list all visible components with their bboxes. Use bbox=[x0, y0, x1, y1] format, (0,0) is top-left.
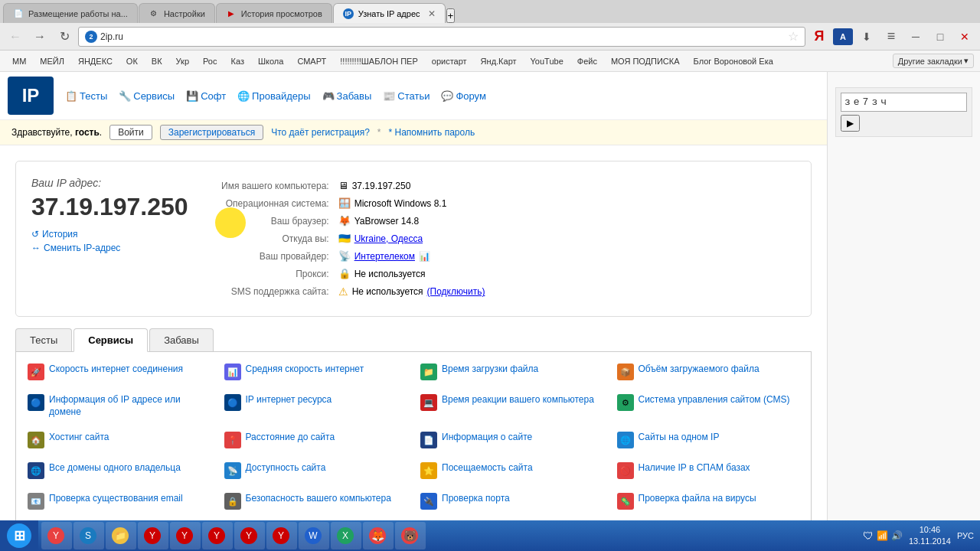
service-link-13[interactable]: Доступность сайта bbox=[246, 462, 326, 474]
taskbar-item-skype[interactable]: S bbox=[74, 522, 104, 549]
taskbar-item-firefox[interactable]: 🦊 bbox=[363, 522, 394, 549]
site-logo[interactable]: IP bbox=[8, 77, 54, 115]
bookmark-blog[interactable]: Блог Вороновой Ека bbox=[688, 55, 779, 67]
maximize-button[interactable]: □ bbox=[929, 26, 951, 47]
service-link-10[interactable]: Информация о сайте bbox=[442, 432, 532, 444]
location-link[interactable]: Ukraine, Одесса bbox=[354, 233, 423, 244]
forward-button[interactable]: → bbox=[29, 26, 51, 47]
service-link-3[interactable]: Объём загружаемого файла bbox=[639, 364, 760, 376]
taskbar-item-bear[interactable]: 🐻 bbox=[395, 522, 426, 549]
new-tab-button[interactable]: + bbox=[446, 8, 456, 23]
tab-2[interactable]: ⚙ Настройки bbox=[139, 3, 215, 23]
back-button[interactable]: ← bbox=[5, 26, 26, 47]
service-link-0[interactable]: Скорость интернет соединения bbox=[49, 364, 183, 376]
history-link[interactable]: ↺ История bbox=[31, 229, 188, 240]
register-button[interactable]: Зарегистрироваться bbox=[160, 125, 263, 140]
service-link-19[interactable]: Проверка файла на вирусы bbox=[639, 493, 756, 505]
tab-services[interactable]: Сервисы bbox=[74, 328, 148, 352]
ip-field-value: 🦊 YaBrowser 14.8 bbox=[334, 212, 795, 230]
bookmark-rus[interactable]: Рос bbox=[197, 55, 223, 67]
extension-button-1[interactable]: A bbox=[833, 28, 853, 45]
service-link-18[interactable]: Проверка порта bbox=[442, 493, 510, 505]
refresh-button[interactable]: ↻ bbox=[54, 26, 75, 47]
taskbar-item-explorer[interactable]: 📁 bbox=[106, 522, 136, 549]
service-link-16[interactable]: Проверка существования email bbox=[49, 493, 183, 505]
taskbar-item-y4[interactable]: Y bbox=[234, 522, 265, 549]
language-indicator[interactable]: РУС bbox=[957, 531, 974, 540]
captcha-submit-button[interactable]: ▶ bbox=[841, 115, 860, 132]
close-button[interactable]: ✕ bbox=[954, 26, 975, 47]
service-link-14[interactable]: Посещаемость сайта bbox=[442, 462, 533, 474]
download-button[interactable]: ⬇ bbox=[856, 26, 877, 47]
nav-services[interactable]: 🔧 Сервисы bbox=[119, 90, 175, 102]
ip-field-label: Откуда вы: bbox=[211, 230, 334, 247]
bookmark-facebook[interactable]: Фейс bbox=[571, 55, 603, 67]
captcha-input[interactable] bbox=[841, 93, 967, 112]
start-button[interactable]: ⊞ bbox=[0, 520, 38, 551]
bookmark-ok[interactable]: ОК bbox=[120, 55, 144, 67]
forum-icon: 💬 bbox=[441, 90, 453, 102]
service-link-6[interactable]: Время реакции вашего компьютера bbox=[442, 394, 594, 406]
taskbar-item-y5[interactable]: Y bbox=[266, 522, 297, 549]
tab-games[interactable]: Забавы bbox=[149, 328, 214, 351]
bookmark-smart[interactable]: СМАРТ bbox=[291, 55, 332, 67]
taskbar-item-y1[interactable]: Y bbox=[138, 522, 168, 549]
service-link-8[interactable]: Хостинг сайта bbox=[49, 432, 109, 444]
register-info-link[interactable]: Что даёт регистрация? bbox=[271, 127, 370, 138]
bookmark-kaz[interactable]: Каз bbox=[225, 55, 250, 67]
service-link-2[interactable]: Время загрузки файла bbox=[442, 364, 538, 376]
service-link-7[interactable]: Система управления сайтом (CMS) bbox=[639, 394, 790, 406]
bookmark-yandex[interactable]: ЯНДЕКС bbox=[72, 55, 119, 67]
menu-button[interactable]: ≡ bbox=[880, 26, 902, 47]
remind-password-link[interactable]: * Напомнить пароль bbox=[388, 127, 475, 138]
tab-3[interactable]: ▶ История просмотров bbox=[216, 3, 332, 23]
nav-articles[interactable]: 📰 Статьи bbox=[383, 90, 430, 102]
provider-link[interactable]: Интертелеком bbox=[354, 251, 415, 262]
service-link-11[interactable]: Сайты на одном IP bbox=[639, 432, 720, 444]
nav-forum[interactable]: 💬 Форум bbox=[441, 90, 486, 102]
bookmark-template[interactable]: !!!!!!!!!ШАБЛОН ПЕР bbox=[334, 55, 424, 67]
bookmark-vk[interactable]: ВК bbox=[145, 55, 168, 67]
bookmark-mm[interactable]: ММ bbox=[6, 55, 32, 67]
tab-1[interactable]: 📄 Размещение работы на... bbox=[3, 3, 138, 23]
service-link-12[interactable]: Все домены одного владельца bbox=[49, 462, 181, 474]
bookmark-school[interactable]: Школа bbox=[252, 55, 289, 67]
taskbar-item-y2[interactable]: Y bbox=[170, 522, 201, 549]
connect-sms-link[interactable]: (Подключить) bbox=[427, 286, 485, 297]
service-link-15[interactable]: Наличие IP в СПАМ базах bbox=[639, 462, 750, 474]
tab-tests[interactable]: Тесты bbox=[15, 328, 72, 351]
service-link-17[interactable]: Безопасность вашего компьютера bbox=[246, 493, 391, 505]
change-ip-link[interactable]: ↔ Сменить IP-адрес bbox=[31, 243, 188, 253]
service-link-9[interactable]: Расстояние до сайта bbox=[246, 432, 335, 444]
address-bar[interactable]: 2 2ip.ru ☆ bbox=[78, 27, 805, 47]
minimize-button[interactable]: ─ bbox=[905, 26, 926, 47]
bookmark-yandexmap[interactable]: Янд.Карт bbox=[475, 55, 523, 67]
service-item-1: 📊 Средняя скорость интернет bbox=[220, 360, 411, 384]
service-link-1[interactable]: Средняя скорость интернет bbox=[246, 364, 364, 376]
bookmark-star-icon[interactable]: ☆ bbox=[788, 29, 799, 44]
bookmark-youtube[interactable]: YouTube bbox=[524, 55, 570, 67]
service-link-4[interactable]: Информация об IP адресе или домене bbox=[49, 394, 211, 418]
nav-games[interactable]: 🎮 Забавы bbox=[322, 90, 372, 102]
login-button[interactable]: Войти bbox=[109, 125, 152, 140]
taskbar-item-word[interactable]: W bbox=[299, 522, 329, 549]
bookmark-oristar[interactable]: ористарт bbox=[426, 55, 473, 67]
tab-4[interactable]: IP Узнать IP адрес ✕ bbox=[333, 3, 446, 23]
antivirus-icon: 🛡 bbox=[863, 530, 874, 542]
bookmark-ukr[interactable]: Укр bbox=[170, 55, 195, 67]
taskbar-item-1[interactable]: Y bbox=[41, 522, 72, 549]
taskbar-item-excel[interactable]: X bbox=[331, 522, 361, 549]
main-content: IP 📋 Тесты 🔧 Сервисы 💾 Соф bbox=[0, 72, 827, 520]
nav-tests[interactable]: 📋 Тесты bbox=[65, 90, 107, 102]
taskbar-item-y3[interactable]: Y bbox=[202, 522, 233, 549]
network-icon: 📶 bbox=[877, 530, 888, 541]
yandex-icon-button[interactable]: Я bbox=[808, 26, 830, 47]
tab-4-close[interactable]: ✕ bbox=[428, 8, 436, 19]
service-icon-3: 📦 bbox=[617, 364, 634, 380]
bookmark-more-button[interactable]: Другие закладки ▾ bbox=[893, 54, 974, 68]
bookmark-mail[interactable]: МЕЙЛ bbox=[34, 55, 70, 67]
nav-providers[interactable]: 🌐 Провайдеры bbox=[237, 90, 310, 102]
nav-soft[interactable]: 💾 Софт bbox=[186, 90, 226, 102]
bookmark-subscription[interactable]: МОЯ ПОДПИСКА bbox=[605, 55, 686, 67]
service-link-5[interactable]: IP интернет ресурса bbox=[246, 394, 332, 406]
